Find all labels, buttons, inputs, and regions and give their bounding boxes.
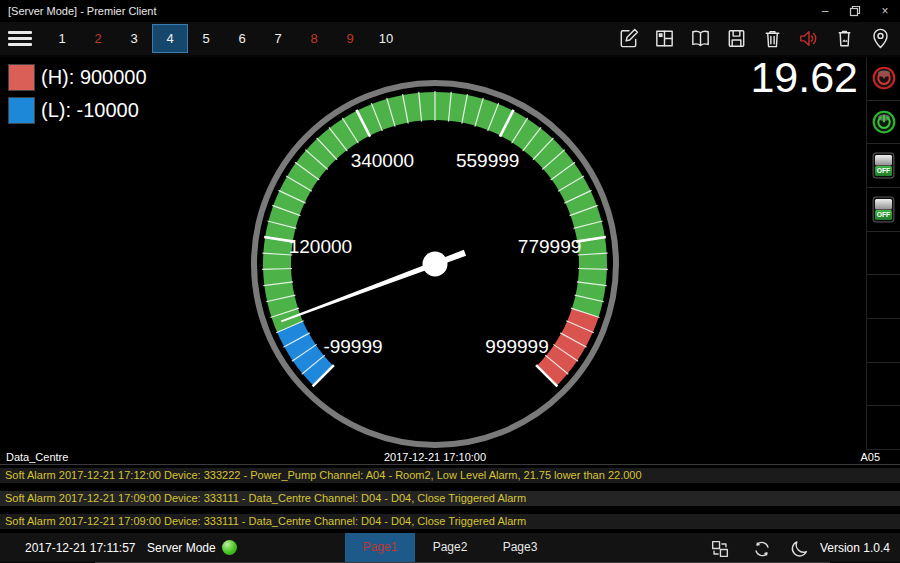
page-tabs: Page1 Page2 Page3: [345, 533, 555, 562]
version-label: Version 1.0.4: [820, 541, 890, 555]
empty-cell: [867, 363, 900, 407]
right-sidebar: OFF OFF: [866, 57, 900, 450]
minimize-button[interactable]: –: [810, 0, 840, 22]
empty-cell: [867, 406, 900, 450]
gauge-footer: Data_Centre 2017-12-21 17:10:00 A05: [0, 450, 900, 464]
menu-icon[interactable]: [8, 31, 32, 46]
restore-icon: [849, 5, 861, 17]
night-mode-icon[interactable]: [789, 538, 811, 560]
power-off-icon: [871, 65, 897, 91]
trash-icon[interactable]: [761, 27, 784, 50]
power-off-button[interactable]: [867, 57, 900, 101]
save-icon[interactable]: [725, 27, 748, 50]
tab-3[interactable]: 3: [116, 24, 152, 53]
toggle-switch-2[interactable]: OFF: [867, 188, 900, 232]
current-value: 19.62: [750, 53, 858, 102]
tab-5[interactable]: 5: [188, 24, 224, 53]
snapshot-icon[interactable]: [833, 27, 856, 50]
legend-low-row: (L): -10000: [8, 97, 147, 124]
legend-high-label: (H): 900000: [41, 66, 147, 89]
book-icon[interactable]: [689, 27, 712, 50]
tab-10[interactable]: 10: [368, 24, 404, 53]
tab-4[interactable]: 4: [152, 24, 188, 53]
alarm-list: Soft Alarm 2017-12-21 17:12:00 Device: 3…: [0, 464, 900, 533]
legend-low-swatch: [8, 97, 35, 124]
page-tab-2[interactable]: Page2: [415, 533, 485, 562]
tab-6[interactable]: 6: [224, 24, 260, 53]
tab-bar: 1 2 3 4 5 6 7 8 9 10: [0, 22, 900, 57]
svg-text:120000: 120000: [289, 236, 352, 257]
toggle-off-icon: OFF: [872, 152, 895, 179]
alarm-row[interactable]: Soft Alarm 2017-12-21 17:09:00 Device: 3…: [0, 491, 900, 506]
reading-timestamp: 2017-12-21 17:10:00: [0, 451, 870, 463]
close-button[interactable]: ×: [870, 0, 900, 22]
toggle-switch-1[interactable]: OFF: [867, 144, 900, 188]
tab-8[interactable]: 8: [296, 24, 332, 53]
empty-cell: [867, 232, 900, 276]
svg-text:999999: 999999: [485, 336, 548, 357]
svg-text:OFF: OFF: [877, 168, 891, 175]
power-on-button[interactable]: [867, 101, 900, 145]
svg-text:559999: 559999: [456, 150, 519, 171]
svg-text:OFF: OFF: [877, 211, 891, 218]
edit-icon[interactable]: [617, 27, 640, 50]
tab-7[interactable]: 7: [260, 24, 296, 53]
sound-icon[interactable]: [797, 27, 820, 50]
svg-text:-99999: -99999: [323, 336, 382, 357]
tab-2[interactable]: 2: [80, 24, 116, 53]
mode-label: Server Mode: [147, 541, 216, 555]
gauge-legend: (H): 900000 (L): -10000: [8, 64, 147, 130]
legend-low-label: (L): -10000: [41, 99, 139, 122]
toolbar: [617, 27, 900, 50]
svg-text:340000: 340000: [351, 150, 414, 171]
mode-indicator: [222, 540, 237, 555]
layout-icon[interactable]: [653, 27, 676, 50]
device-name: Data_Centre: [6, 451, 68, 463]
svg-text:779999: 779999: [518, 236, 581, 257]
legend-high-swatch: [8, 64, 35, 91]
sync-icon[interactable]: [751, 538, 773, 560]
tab-9[interactable]: 9: [332, 24, 368, 53]
alarm-row[interactable]: Soft Alarm 2017-12-21 17:12:00 Device: 3…: [0, 468, 900, 483]
page-layout-icon[interactable]: [709, 538, 731, 560]
status-bar: 2017-12-21 17:11:57 Server Mode Page1 Pa…: [0, 533, 900, 563]
title-bar: [Server Mode] - Premier Client – ×: [0, 0, 900, 22]
gauge-panel: (H): 900000 (L): -10000 19.62 -999991200…: [0, 57, 866, 450]
location-icon[interactable]: [869, 27, 892, 50]
power-on-icon: [871, 109, 897, 135]
channel-code: A05: [860, 451, 880, 463]
toggle-off-icon: OFF: [872, 196, 895, 223]
main-content: (H): 900000 (L): -10000 19.62 -999991200…: [0, 57, 900, 450]
window-controls: – ×: [810, 0, 900, 22]
legend-high-row: (H): 900000: [8, 64, 147, 91]
restore-button[interactable]: [840, 0, 870, 22]
tab-1[interactable]: 1: [44, 24, 80, 53]
page-tab-3[interactable]: Page3: [485, 533, 555, 562]
empty-cell: [867, 275, 900, 319]
window-title: [Server Mode] - Premier Client: [8, 5, 157, 17]
page-tab-1[interactable]: Page1: [345, 533, 415, 562]
status-clock: 2017-12-21 17:11:57: [25, 541, 136, 555]
empty-cell: [867, 319, 900, 363]
alarm-row[interactable]: Soft Alarm 2017-12-21 17:09:00 Device: 3…: [0, 514, 900, 529]
